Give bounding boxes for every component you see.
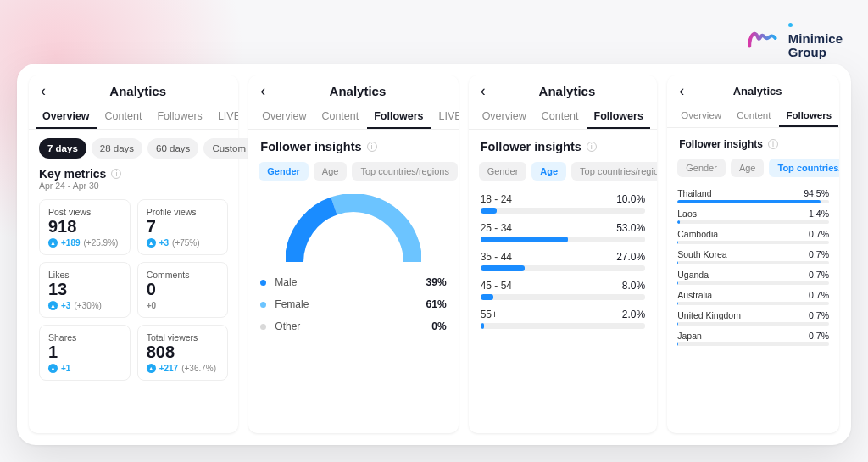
tab-content[interactable]: Content bbox=[730, 105, 777, 127]
bar-track bbox=[677, 261, 829, 264]
age-value: 10.0% bbox=[616, 193, 645, 205]
section-title-followerinsights: Follower insights bbox=[260, 140, 361, 153]
metric-postviews[interactable]: Post views 918 ▲+189(+25.9%) bbox=[39, 199, 131, 255]
bar-fill bbox=[677, 241, 678, 244]
seg-gender[interactable]: Gender bbox=[677, 159, 726, 177]
seg-age[interactable]: Age bbox=[731, 159, 765, 177]
country-value: 0.7% bbox=[809, 270, 829, 280]
page-title: Analytics bbox=[269, 84, 446, 98]
gender-donut-chart bbox=[286, 194, 421, 266]
info-icon[interactable]: i bbox=[111, 169, 121, 179]
tab-overview[interactable]: Overview bbox=[476, 105, 533, 129]
metric-label: Post views bbox=[48, 207, 121, 217]
metric-profileviews[interactable]: Profile views 7 ▲+3(+75%) bbox=[137, 199, 229, 255]
tab-followers[interactable]: Followers bbox=[587, 105, 650, 129]
info-icon[interactable]: i bbox=[768, 139, 778, 149]
tab-content[interactable]: Content bbox=[98, 105, 149, 129]
tab-followers[interactable]: Followers bbox=[367, 105, 430, 129]
tab-overview[interactable]: Overview bbox=[674, 105, 728, 127]
bar-fill bbox=[481, 237, 568, 242]
page-title: Analytics bbox=[489, 84, 646, 98]
tab-content[interactable]: Content bbox=[314, 105, 365, 129]
page-title: Analytics bbox=[687, 85, 827, 97]
bar-fill bbox=[481, 265, 526, 271]
bar-track bbox=[481, 208, 646, 214]
country-row: South Korea0.7% bbox=[677, 247, 829, 267]
metric-shares[interactable]: Shares 1 ▲+1 bbox=[39, 325, 131, 381]
metric-totalviewers[interactable]: Total viewers 808 ▲+217(+36.7%) bbox=[137, 325, 229, 381]
seg-gender[interactable]: Gender bbox=[479, 162, 527, 181]
seg-topcountries[interactable]: Top countries/regions bbox=[571, 162, 657, 181]
section-title-followerinsights: Follower insights bbox=[679, 138, 763, 150]
bar-track bbox=[677, 342, 829, 346]
tab-live[interactable]: LIVE bbox=[432, 105, 459, 129]
bar-fill bbox=[677, 261, 678, 264]
bar-track bbox=[481, 323, 646, 329]
country-name: Uganda bbox=[677, 270, 709, 280]
tab-followers[interactable]: Followers bbox=[779, 105, 838, 127]
back-icon[interactable]: ‹ bbox=[37, 82, 49, 100]
tab-overview[interactable]: Overview bbox=[255, 105, 313, 129]
seg-topcountries[interactable]: Top countries/regions bbox=[769, 159, 839, 177]
up-icon: ▲ bbox=[147, 238, 156, 248]
country-value: 0.7% bbox=[809, 331, 829, 341]
back-icon[interactable]: ‹ bbox=[676, 82, 687, 100]
age-value: 27.0% bbox=[616, 251, 645, 263]
age-value: 8.0% bbox=[622, 280, 645, 292]
country-row: Australia0.7% bbox=[677, 287, 829, 308]
country-value: 0.7% bbox=[809, 290, 829, 300]
age-bar-row: 25 - 3453.0% bbox=[481, 218, 646, 247]
age-bar-row: 55+2.0% bbox=[481, 304, 646, 333]
bullet-icon bbox=[260, 280, 266, 286]
tab-content[interactable]: Content bbox=[535, 105, 586, 129]
bar-track bbox=[677, 322, 829, 326]
country-row: Japan0.7% bbox=[677, 328, 829, 348]
bar-track bbox=[677, 200, 829, 203]
filter-28days[interactable]: 28 days bbox=[92, 138, 142, 159]
back-icon[interactable]: ‹ bbox=[477, 82, 489, 100]
filter-7days[interactable]: 7 days bbox=[39, 138, 86, 159]
legend-male: Male 39% bbox=[260, 271, 446, 293]
bar-fill bbox=[677, 342, 678, 346]
brand-logo: MinimiceGroup bbox=[746, 17, 843, 59]
up-icon: ▲ bbox=[48, 238, 58, 248]
seg-topcountries[interactable]: Top countries/regions bbox=[352, 162, 458, 181]
tab-live[interactable]: LIVE bbox=[211, 105, 238, 129]
tab-followers[interactable]: Followers bbox=[150, 105, 209, 129]
seg-gender[interactable]: Gender bbox=[259, 162, 309, 181]
bullet-icon bbox=[260, 324, 266, 330]
seg-age[interactable]: Age bbox=[314, 162, 348, 181]
brand-mark-icon bbox=[746, 25, 782, 52]
panel-countries: ‹ Analytics Overview Content Followers L… bbox=[667, 75, 839, 433]
metric-comments[interactable]: Comments 0 +0 bbox=[137, 262, 229, 318]
panels-container: ‹ Analytics Overview Content Followers L… bbox=[17, 64, 851, 445]
seg-age[interactable]: Age bbox=[531, 162, 566, 181]
up-icon: ▲ bbox=[147, 364, 156, 373]
tab-overview[interactable]: Overview bbox=[36, 105, 97, 129]
age-name: 25 - 34 bbox=[481, 222, 512, 234]
section-title-followerinsights: Follower insights bbox=[481, 140, 581, 153]
country-value: 0.7% bbox=[809, 310, 829, 320]
bar-fill bbox=[677, 322, 678, 326]
age-name: 35 - 44 bbox=[481, 251, 512, 263]
filter-60days[interactable]: 60 days bbox=[147, 138, 198, 159]
country-value: 0.7% bbox=[809, 229, 829, 239]
date-range: Apr 24 - Apr 30 bbox=[39, 181, 99, 191]
info-icon[interactable]: i bbox=[587, 142, 597, 152]
country-value: 1.4% bbox=[809, 209, 829, 219]
bar-track bbox=[481, 265, 646, 271]
age-value: 2.0% bbox=[622, 309, 645, 320]
legend-female: Female 61% bbox=[260, 293, 446, 315]
age-name: 45 - 54 bbox=[481, 280, 512, 292]
country-row: United Kingdom0.7% bbox=[677, 308, 829, 328]
country-name: Laos bbox=[677, 209, 697, 219]
metric-likes[interactable]: Likes 13 ▲+3(+30%) bbox=[39, 262, 131, 318]
info-icon[interactable]: i bbox=[367, 142, 377, 152]
back-icon[interactable]: ‹ bbox=[257, 82, 269, 100]
tab-live[interactable]: LIVE bbox=[652, 105, 657, 129]
bar-fill bbox=[677, 281, 678, 285]
age-name: 55+ bbox=[481, 309, 498, 320]
panel-overview: ‹ Analytics Overview Content Followers L… bbox=[29, 75, 238, 433]
bar-fill bbox=[677, 220, 680, 224]
bar-track bbox=[677, 302, 829, 305]
